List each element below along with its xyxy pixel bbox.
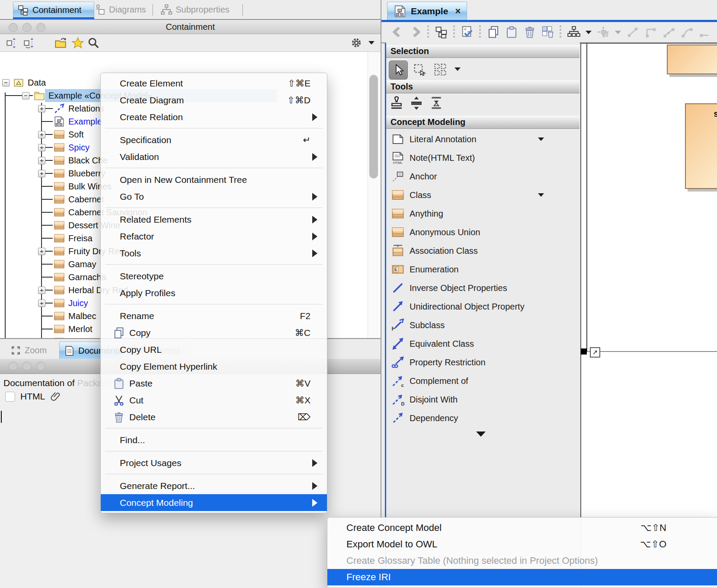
- palette-item-disjoint-with[interactable]: DDisjoint With: [386, 391, 579, 408]
- forward-arrow-icon[interactable]: [409, 26, 422, 38]
- menu-item-copy-url[interactable]: Copy URL: [101, 341, 327, 358]
- layout-center-icon[interactable]: [597, 26, 610, 38]
- tree-expander[interactable]: −: [22, 92, 29, 99]
- search-icon[interactable]: [87, 37, 99, 49]
- submenu-item-create-concept-model[interactable]: Create Concept Model⌥⇧N: [327, 520, 717, 536]
- tree-item-cabernet[interactable]: Cabernet: [54, 193, 104, 206]
- line-style-bend-icon[interactable]: [644, 26, 657, 38]
- chevron-down-icon[interactable]: [538, 137, 544, 141]
- scrollbar-thumb[interactable]: [369, 75, 378, 179]
- line-style-curve-icon[interactable]: [681, 26, 694, 38]
- favorites-star-icon[interactable]: [72, 37, 84, 49]
- tree-item-juicy[interactable]: Juicy: [54, 297, 88, 310]
- back-arrow-icon[interactable]: [391, 26, 404, 38]
- tree-expander[interactable]: +: [38, 131, 45, 138]
- tree-item-malbec[interactable]: Malbec: [54, 310, 96, 323]
- line-style-extra-icon[interactable]: [699, 26, 712, 38]
- chevron-down-icon[interactable]: [368, 41, 375, 45]
- tree-item-soft[interactable]: Soft: [54, 128, 84, 141]
- chevron-down-icon[interactable]: [615, 31, 621, 34]
- menu-item-paste[interactable]: Paste⌘V: [101, 375, 327, 392]
- containment-tree-icon[interactable]: [435, 26, 448, 38]
- html-checkbox[interactable]: [5, 392, 15, 402]
- palette-item-anonymous-union[interactable]: Anonymous Union: [386, 224, 579, 241]
- collapse-vertical-icon[interactable]: [429, 96, 443, 110]
- line-style-rectilinear-icon[interactable]: [626, 26, 639, 38]
- multi-select-button[interactable]: [431, 61, 449, 79]
- palette-section-concept-modeling[interactable]: Concept Modeling: [386, 116, 579, 129]
- marquee-select-button[interactable]: [410, 61, 429, 79]
- menu-item-go-to[interactable]: Go To: [101, 188, 327, 205]
- paste-icon[interactable]: [505, 26, 518, 38]
- cursor-tool-button[interactable]: [389, 61, 408, 80]
- menu-item-delete[interactable]: Delete⌦: [101, 409, 327, 425]
- menu-item-create-diagram[interactable]: Create Diagram⇧⌘D: [101, 92, 327, 109]
- open-diagram-folder-icon[interactable]: [54, 37, 67, 49]
- palette-item-inverse-object-properties[interactable]: Inverse Object Properties: [386, 279, 579, 297]
- palette-section-tools[interactable]: Tools: [386, 80, 579, 93]
- tree-item-example[interactable]: Example: [54, 115, 102, 128]
- tree-item-garnacha[interactable]: Garnacha: [54, 271, 106, 284]
- tree-item-merlot[interactable]: Merlot: [54, 323, 93, 336]
- palette-item-anchor[interactable]: Anchor: [386, 168, 579, 185]
- tree-expander[interactable]: +: [38, 144, 45, 151]
- tree-item-black-che[interactable]: Black Che: [54, 154, 108, 167]
- tree-expander[interactable]: +: [38, 170, 45, 177]
- menu-item-tools[interactable]: Tools: [101, 245, 327, 262]
- tree-item-spicy[interactable]: Spicy: [54, 141, 90, 154]
- layout-hierarchy-icon[interactable]: [567, 26, 580, 38]
- menu-item-concept-modeling[interactable]: Concept Modeling: [101, 494, 327, 511]
- delete-icon[interactable]: [523, 26, 536, 38]
- tab-example[interactable]: Example ×: [387, 2, 467, 20]
- class-shape[interactable]: s: [685, 103, 717, 189]
- menu-item-copy[interactable]: Copy⌘C: [101, 324, 327, 341]
- chevron-down-icon[interactable]: [538, 193, 544, 197]
- palette-more-button[interactable]: [476, 431, 486, 437]
- palette-section-selection[interactable]: Selection: [386, 45, 579, 58]
- menu-item-refactor[interactable]: Refactor: [101, 228, 327, 245]
- class-shape[interactable]: [667, 45, 717, 74]
- delete-from-diagram-icon[interactable]: [541, 26, 554, 38]
- tree-item-gamay[interactable]: Gamay: [54, 258, 96, 271]
- paperclip-icon[interactable]: [50, 391, 61, 402]
- close-icon[interactable]: ×: [455, 6, 461, 17]
- palette-item-property-restriction[interactable]: Property Restriction: [386, 354, 579, 371]
- menu-item-create-element[interactable]: Create Element⇧⌘E: [101, 75, 327, 92]
- window-button[interactable]: [22, 361, 32, 371]
- submenu-item-freeze-iri[interactable]: Freeze IRI: [327, 569, 717, 585]
- line-style-oblique-icon[interactable]: [663, 26, 675, 38]
- palette-item-anything[interactable]: Anything: [386, 205, 579, 222]
- collapse-selected-icon[interactable]: [23, 37, 35, 49]
- palette-item-unidirectional-object-property[interactable]: Unidirectional Object Property: [386, 298, 579, 315]
- diagram-canvas[interactable]: ↗ s: [580, 43, 717, 588]
- palette-item-complement-of[interactable]: cComplement of: [386, 372, 579, 390]
- window-button[interactable]: [9, 361, 18, 371]
- copy-icon[interactable]: [487, 26, 500, 38]
- validate-diagram-icon[interactable]: [461, 26, 474, 38]
- menu-item-project-usages[interactable]: Project Usages: [101, 454, 327, 471]
- tree-expander[interactable]: +: [38, 287, 45, 294]
- tree-expander[interactable]: +: [38, 300, 45, 307]
- tree-item-relations[interactable]: Relations: [54, 102, 104, 115]
- menu-item-validation[interactable]: Validation: [101, 148, 327, 165]
- tree-expander[interactable]: +: [38, 157, 45, 164]
- palette-item-equivalent-class[interactable]: Equivalent Class: [386, 335, 579, 352]
- palette-item-class[interactable]: Class: [386, 186, 579, 204]
- collapse-all-icon[interactable]: [6, 37, 18, 49]
- menu-item-copy-element-hyperlink[interactable]: Copy Element Hyperlink: [101, 358, 327, 375]
- palette-item-dependency[interactable]: Dependency: [386, 409, 579, 427]
- menu-item-find-[interactable]: Find...: [101, 431, 327, 448]
- tree-item-data[interactable]: Data: [13, 76, 46, 89]
- expand-vertical-icon[interactable]: [410, 96, 423, 110]
- menu-item-generate-report-[interactable]: Generate Report...: [101, 477, 327, 494]
- menu-item-related-elements[interactable]: Related Elements: [101, 211, 327, 228]
- tree-expander[interactable]: +: [38, 248, 45, 255]
- palette-item-subclass[interactable]: Subclass: [386, 316, 579, 334]
- menu-item-specification[interactable]: Specification↵: [101, 131, 327, 148]
- submenu-item-export-model-to-owl[interactable]: Export Model to OWL⌥⇧O: [327, 536, 717, 553]
- menu-item-cut[interactable]: Cut⌘X: [101, 392, 327, 409]
- menu-item-create-relation[interactable]: Create Relation: [101, 109, 327, 125]
- hyperlink-icon[interactable]: ↗: [590, 347, 600, 358]
- menu-item-apply-profiles[interactable]: Apply Profiles: [101, 284, 327, 301]
- menu-item-rename[interactable]: RenameF2: [101, 307, 327, 324]
